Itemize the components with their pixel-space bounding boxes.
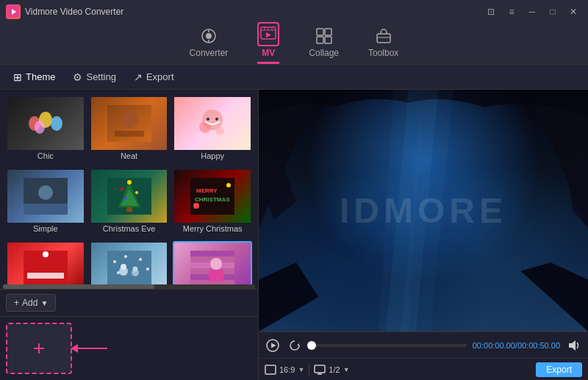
arrow-line bbox=[78, 348, 107, 349]
volume-button[interactable] bbox=[566, 337, 582, 354]
theme-simple-img bbox=[7, 170, 84, 223]
setting-gear-icon: ⚙ bbox=[73, 71, 82, 83]
theme-card-merry-christmas[interactable]: MERRY CHRISTMAS Merry Christmas bbox=[173, 168, 252, 237]
svg-point-40 bbox=[124, 197, 127, 200]
sub-nav-theme[interactable]: ⊞ Theme bbox=[6, 68, 62, 86]
arrow-indicator bbox=[71, 344, 107, 353]
svg-rect-65 bbox=[209, 270, 223, 282]
svg-rect-47 bbox=[27, 273, 64, 279]
svg-point-57 bbox=[121, 264, 126, 270]
progress-bar[interactable] bbox=[309, 344, 467, 347]
preview-watermark: IDMORE bbox=[340, 190, 507, 231]
theme-row-1: Chic bbox=[6, 96, 252, 164]
svg-rect-16 bbox=[377, 34, 390, 43]
window-close-btn[interactable]: ✕ bbox=[564, 4, 582, 19]
theme-merry-christmas-img: MERRY CHRISTMAS bbox=[174, 170, 251, 223]
export-arrow-icon: ↗ bbox=[134, 71, 143, 83]
theme-happy-label: Happy bbox=[174, 150, 251, 162]
window-maximize-btn[interactable]: □ bbox=[544, 4, 562, 19]
svg-point-39 bbox=[135, 191, 138, 194]
svg-rect-61 bbox=[190, 251, 234, 257]
add-button[interactable]: + Add ▼ bbox=[6, 294, 56, 312]
playback-controls: 00:00:00.00/00:00:50.00 bbox=[259, 331, 588, 358]
progress-handle[interactable] bbox=[307, 341, 316, 350]
theme-row-2: Simple bbox=[6, 168, 252, 237]
theme-santa-img bbox=[7, 243, 84, 284]
snowy-thumb-content bbox=[91, 243, 168, 284]
export-button[interactable]: Export bbox=[536, 362, 582, 377]
sub-nav-export[interactable]: ↗ Export bbox=[126, 68, 182, 86]
media-area: + bbox=[0, 316, 258, 380]
svg-rect-71 bbox=[315, 365, 325, 373]
theme-card-stripes[interactable]: Stripes & Waves bbox=[173, 241, 252, 284]
nav-toolbox-label: Toolbox bbox=[368, 48, 398, 58]
nav-collage-label: Collage bbox=[309, 48, 339, 58]
svg-marker-11 bbox=[266, 32, 271, 37]
merry-christmas-thumb-content: MERRY CHRISTMAS bbox=[174, 170, 251, 223]
nav-bar: Converter MV Collage bbox=[0, 24, 588, 65]
nav-mv[interactable]: MV bbox=[257, 22, 279, 64]
ratio-label: 16:9 bbox=[279, 365, 295, 374]
svg-rect-31 bbox=[24, 204, 68, 215]
theme-card-simple[interactable]: Simple bbox=[6, 168, 85, 237]
svg-point-38 bbox=[121, 187, 123, 190]
add-media-plus-icon: + bbox=[33, 338, 45, 359]
theme-christmas-eve-label: Christmas Eve bbox=[91, 223, 168, 235]
replay-button[interactable] bbox=[287, 337, 303, 354]
santa-thumb-content bbox=[7, 243, 84, 284]
theme-happy-img bbox=[174, 97, 251, 150]
nav-collage[interactable]: Collage bbox=[309, 28, 339, 64]
theme-card-christmas-eve[interactable]: Christmas Eve bbox=[90, 168, 169, 237]
theme-card-santa[interactable]: Santa Claus bbox=[6, 241, 85, 284]
theme-simple-label: Simple bbox=[7, 223, 84, 235]
window-minimize-btn[interactable]: ─ bbox=[523, 4, 541, 19]
ratio-dropdown-icon: ▼ bbox=[298, 366, 304, 373]
theme-neat-label: Neat bbox=[91, 150, 168, 162]
aspect-ratio-button[interactable]: 16:9 ▼ bbox=[265, 365, 304, 375]
theme-snowy-img bbox=[91, 243, 168, 284]
stripes-thumb-content bbox=[174, 243, 251, 284]
svg-rect-36 bbox=[126, 207, 132, 212]
christmas-eve-thumb-content bbox=[91, 170, 168, 223]
window-restore-btn[interactable]: ⊡ bbox=[482, 4, 500, 19]
sub-nav-setting-label: Setting bbox=[86, 71, 115, 82]
app-title: Vidmore Video Converter bbox=[25, 7, 123, 17]
svg-point-53 bbox=[139, 258, 142, 261]
ratio-icon bbox=[265, 365, 276, 375]
page-control[interactable]: 1/2 ▼ bbox=[314, 365, 349, 375]
theme-card-snowy[interactable]: Snowy Night bbox=[90, 241, 169, 284]
svg-point-27 bbox=[215, 126, 224, 135]
nav-toolbox[interactable]: Toolbox bbox=[368, 28, 398, 64]
window-menu-btn[interactable]: ≡ bbox=[503, 4, 520, 19]
theme-stripes-img bbox=[174, 243, 251, 284]
page-label: 1/2 bbox=[329, 365, 340, 374]
svg-point-51 bbox=[113, 260, 116, 263]
converter-icon bbox=[201, 28, 217, 46]
theme-card-happy[interactable]: Happy bbox=[173, 96, 252, 164]
window-controls: ⊡ ≡ ─ □ ✕ bbox=[482, 4, 582, 19]
theme-card-chic[interactable]: Chic bbox=[6, 96, 85, 164]
theme-merry-christmas-label: Merry Christmas bbox=[174, 223, 251, 235]
main-content: Chic bbox=[0, 90, 588, 380]
svg-rect-24 bbox=[115, 131, 144, 137]
sub-nav-theme-label: Theme bbox=[26, 71, 55, 82]
play-button[interactable] bbox=[265, 337, 281, 354]
add-media-placeholder[interactable]: + bbox=[6, 323, 72, 374]
add-plus-icon: + bbox=[14, 298, 19, 308]
theme-chic-img bbox=[7, 97, 84, 150]
toolbox-icon bbox=[376, 28, 392, 46]
svg-point-23 bbox=[121, 111, 138, 129]
bottom-controls: 16:9 ▼ 1/2 ▼ Export bbox=[259, 358, 588, 380]
theme-neat-img bbox=[91, 97, 168, 150]
add-label: Add bbox=[22, 298, 37, 308]
svg-point-37 bbox=[127, 180, 132, 184]
neat-thumb-content bbox=[91, 97, 168, 150]
nav-converter[interactable]: Converter bbox=[190, 28, 229, 64]
theme-card-neat[interactable]: Neat bbox=[90, 96, 169, 164]
svg-text:MERRY: MERRY bbox=[196, 187, 218, 194]
sub-nav-setting[interactable]: ⚙ Setting bbox=[65, 68, 123, 86]
arrow-head-icon bbox=[71, 344, 78, 353]
theme-christmas-eve-img bbox=[91, 170, 168, 223]
theme-grid-icon: ⊞ bbox=[13, 71, 22, 83]
separator-1 bbox=[309, 364, 309, 376]
